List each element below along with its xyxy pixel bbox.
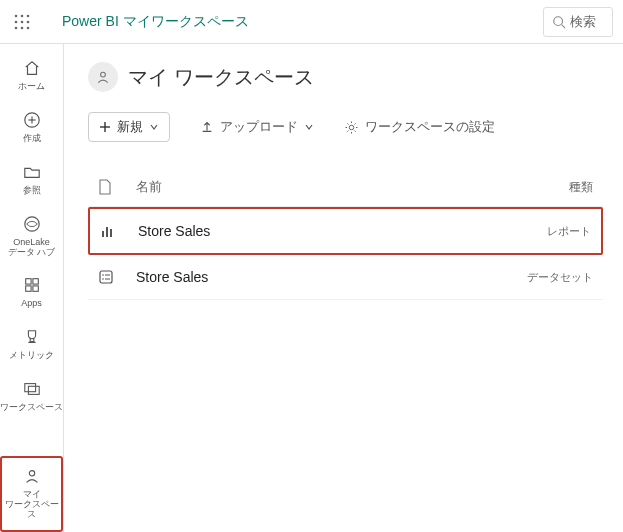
list-header: 名前 種類 <box>88 172 603 207</box>
sidebar-item-browse[interactable]: 参照 <box>0 154 63 206</box>
sidebar-item-label: メトリック <box>9 351 54 361</box>
list-item-dataset[interactable]: Store Sales データセット <box>88 255 603 300</box>
new-button[interactable]: 新規 <box>88 112 170 142</box>
person-icon <box>95 69 111 85</box>
svg-rect-20 <box>28 387 39 395</box>
dataset-icon <box>98 269 136 285</box>
svg-point-22 <box>101 72 106 77</box>
sidebar-item-metrics[interactable]: メトリック <box>0 319 63 371</box>
workspaces-icon <box>22 379 42 399</box>
svg-point-2 <box>27 14 30 17</box>
svg-rect-27 <box>106 227 108 237</box>
svg-point-21 <box>29 471 34 476</box>
column-type-header[interactable]: 種類 <box>523 179 593 196</box>
home-icon <box>22 58 42 78</box>
column-name-header[interactable]: 名前 <box>136 178 523 196</box>
upload-icon <box>200 120 214 134</box>
svg-point-7 <box>21 26 24 29</box>
svg-rect-18 <box>32 286 37 291</box>
svg-point-30 <box>102 274 104 276</box>
sidebar-item-create[interactable]: 作成 <box>0 102 63 154</box>
item-name: Store Sales <box>138 223 521 239</box>
svg-line-10 <box>562 24 566 28</box>
svg-point-4 <box>21 20 24 23</box>
search-icon <box>552 15 566 29</box>
sidebar-item-label: OneLake データ ハブ <box>8 238 56 258</box>
item-type: レポート <box>521 224 591 239</box>
svg-point-0 <box>15 14 18 17</box>
trophy-icon <box>22 327 42 347</box>
svg-point-1 <box>21 14 24 17</box>
search-label: 検索 <box>570 13 596 31</box>
svg-point-25 <box>349 125 354 130</box>
sidebar-item-label: ワークスペース <box>0 403 63 413</box>
apps-icon <box>22 275 42 295</box>
svg-point-3 <box>15 20 18 23</box>
svg-rect-19 <box>24 384 35 392</box>
svg-rect-28 <box>110 229 112 237</box>
workspace-avatar <box>88 62 118 92</box>
search-input[interactable]: 検索 <box>543 7 613 37</box>
sidebar-item-my-workspace[interactable]: マイ ワークスペース <box>0 456 63 532</box>
sidebar: ホーム 作成 参照 OneLake データ ハブ Apps メトリック <box>0 44 64 532</box>
workspace-settings-label: ワークスペースの設定 <box>365 118 495 136</box>
list-item-report[interactable]: Store Sales レポート <box>88 207 603 255</box>
svg-rect-17 <box>25 286 30 291</box>
svg-point-8 <box>27 26 30 29</box>
sidebar-item-label: マイ ワークスペース <box>2 490 61 520</box>
onelake-icon <box>22 214 42 234</box>
item-type: データセット <box>523 270 593 285</box>
person-icon <box>22 466 42 486</box>
breadcrumb[interactable]: Power BI マイワークスペース <box>62 13 249 31</box>
upload-label: アップロード <box>220 118 298 136</box>
svg-point-9 <box>554 16 563 25</box>
sidebar-item-home[interactable]: ホーム <box>0 50 63 102</box>
svg-rect-15 <box>25 279 30 284</box>
file-icon <box>98 179 136 195</box>
folder-icon <box>22 162 42 182</box>
plus-circle-icon <box>22 110 42 130</box>
svg-rect-26 <box>102 231 104 237</box>
sidebar-item-apps[interactable]: Apps <box>0 267 63 319</box>
new-button-label: 新規 <box>117 118 143 136</box>
item-name: Store Sales <box>136 269 523 285</box>
svg-point-31 <box>102 278 104 280</box>
sidebar-item-workspaces[interactable]: ワークスペース <box>0 371 63 423</box>
sidebar-item-label: 作成 <box>23 134 41 144</box>
sidebar-item-onelake[interactable]: OneLake データ ハブ <box>0 206 63 268</box>
chevron-down-icon <box>149 122 159 132</box>
svg-rect-29 <box>100 271 112 283</box>
report-icon <box>100 223 138 239</box>
svg-rect-16 <box>32 279 37 284</box>
chevron-down-icon <box>304 122 314 132</box>
app-launcher-button[interactable] <box>0 0 44 44</box>
sidebar-item-label: ホーム <box>18 82 45 92</box>
waffle-icon <box>14 14 30 30</box>
page-title: マイ ワークスペース <box>128 64 314 91</box>
sidebar-item-label: 参照 <box>23 186 41 196</box>
svg-point-6 <box>15 26 18 29</box>
sidebar-item-label: Apps <box>21 299 42 309</box>
plus-icon <box>99 121 111 133</box>
svg-point-5 <box>27 20 30 23</box>
workspace-settings-button[interactable]: ワークスペースの設定 <box>344 118 495 136</box>
upload-button[interactable]: アップロード <box>200 118 314 136</box>
gear-icon <box>344 120 359 135</box>
